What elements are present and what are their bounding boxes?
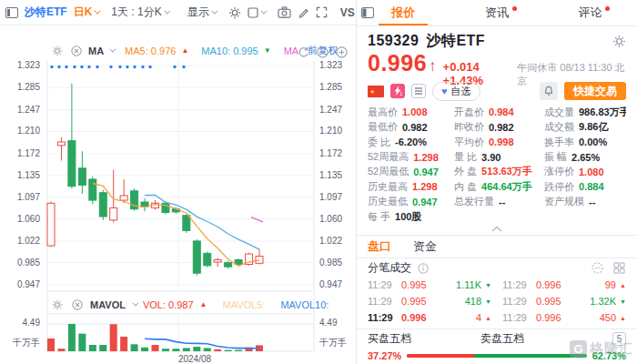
quick-trade-button[interactable]: 快捷交易 <box>564 82 626 100</box>
draw-pencil-icon[interactable] <box>298 5 309 19</box>
tab-comments[interactable]: 评论 <box>543 0 637 25</box>
event-dot <box>73 66 76 68</box>
event-dot <box>87 66 90 68</box>
date-axis-label: 2024/08 <box>169 354 220 364</box>
tick-time: 11:29 <box>502 312 536 323</box>
stat-value: 464.64万手 <box>481 180 532 194</box>
stat-cell: 最高价1.008 <box>368 105 454 119</box>
stat-label: 历史最高 <box>368 180 408 194</box>
candle-body <box>183 216 190 231</box>
buy-segment <box>407 354 474 358</box>
alert-bell-icon[interactable] <box>540 82 558 100</box>
tab-news[interactable]: 资讯 <box>450 0 544 25</box>
info-icon[interactable] <box>416 261 430 275</box>
display-dropdown[interactable]: 显示 <box>187 5 216 20</box>
more-options-icon[interactable] <box>591 261 604 275</box>
tick-price: 0.996 <box>536 279 578 290</box>
panel-layout-icon[interactable] <box>361 5 374 19</box>
volume-settings-gear-icon[interactable] <box>50 298 64 311</box>
stat-cell: 成交额9.86亿 <box>544 120 626 135</box>
stat-label: 平均价 <box>454 136 484 149</box>
volume-bar <box>57 349 65 351</box>
volume-close-icon[interactable] <box>70 298 84 311</box>
indicator-settings-gear-icon[interactable] <box>50 44 64 57</box>
collapse-caret-icon[interactable] <box>490 222 504 236</box>
zoom-out-icon[interactable] <box>316 46 329 59</box>
compare-vs-button[interactable]: VS <box>340 6 355 19</box>
interval-dropdown[interactable]: 1天 : 1分K <box>111 5 167 20</box>
level1-quote-icon[interactable]: 1 <box>390 84 405 98</box>
depth-level-toggle[interactable]: 5 <box>612 332 626 346</box>
stat-cell: 最低价0.982 <box>368 120 454 135</box>
stat-value: -- <box>499 197 505 207</box>
tick-trade-row: 11:290.9951.11K▼11:290.99699▲ <box>368 277 626 293</box>
sidebar-toggle-icon[interactable] <box>5 5 18 19</box>
candle-body <box>225 263 232 267</box>
ma10-legend: MA10: 0.995 <box>201 46 258 56</box>
reset-zoom-icon[interactable] <box>297 46 310 59</box>
stat-label: 最高价 <box>368 106 398 119</box>
event-dot <box>141 66 144 68</box>
announcement-icon[interactable] <box>411 84 426 98</box>
candle-body <box>57 142 65 146</box>
volume-bar <box>214 349 221 351</box>
stat-value: 1.298 <box>412 181 438 192</box>
cn-flag-icon: ★ <box>368 86 384 97</box>
period-dropdown[interactable]: 日K <box>74 5 99 20</box>
settings-gear-icon[interactable] <box>228 5 241 19</box>
event-dot <box>80 66 83 68</box>
grid-view-icon[interactable] <box>612 261 626 275</box>
tick-left: 11:290.995418▼ <box>368 296 502 307</box>
stat-value: 0.00% <box>579 136 607 147</box>
chevron-down-icon[interactable] <box>109 46 116 53</box>
stat-label: 最低价 <box>368 120 398 134</box>
stat-label: 量 比 <box>454 150 477 164</box>
stats-grid: 最高价1.008开盘价0.984成交量986.83万手最低价0.982昨收价0.… <box>368 105 626 224</box>
zoom-in-icon[interactable] <box>335 46 349 59</box>
unread-dot <box>605 6 610 11</box>
ma5-line <box>93 184 259 267</box>
drawing-shape-dropdown[interactable] <box>248 7 265 18</box>
candle-body <box>120 196 127 200</box>
bid-ask-ratio: 37.27% 62.73% <box>357 349 637 364</box>
tick-trade-row: 11:290.9964▲11:290.996450▲ <box>368 309 626 326</box>
stat-cell: 换手率0.00% <box>544 135 626 149</box>
bid-levels-label: 买盘五档 <box>368 331 411 347</box>
candle-body <box>193 241 200 273</box>
chevron-down-icon[interactable] <box>132 300 138 307</box>
candle-body <box>162 203 169 212</box>
price-up-arrow-icon: ↑ <box>429 57 437 76</box>
event-dot <box>148 66 151 68</box>
tick-trades-header: 分笔成交 <box>357 258 637 277</box>
indicator-name[interactable]: MA <box>88 46 104 56</box>
tab-capital-flow[interactable]: 资金 <box>413 238 437 255</box>
stat-value: 0.947 <box>412 197 438 207</box>
volume-legend: MAVOL VOL: 0.987 ▲ MAVOL5: MAVOL10: <box>50 298 329 311</box>
event-dot <box>126 66 128 68</box>
event-dot <box>133 66 136 68</box>
candles-layer <box>47 84 263 276</box>
volume-bar <box>89 345 96 351</box>
volume-indicator-name[interactable]: MAVOL <box>90 299 126 310</box>
volume-bar <box>68 324 76 351</box>
tick-price: 0.995 <box>401 279 443 290</box>
up-triangle-icon: ▲ <box>481 315 491 321</box>
tab-order-book[interactable]: 盘口 <box>368 238 391 255</box>
chevron-down-icon <box>95 8 101 15</box>
chart-toolbar: 沙特ETF 日K 1天 : 1分K 显示 VS <box>0 0 356 25</box>
quote-settings-gear-icon[interactable] <box>612 35 626 48</box>
add-watchlist-button[interactable]: ♥ 自选 <box>432 82 480 101</box>
toolbar-symbol[interactable]: 沙特ETF <box>25 5 67 20</box>
tick-right: 11:290.9951.32K▼ <box>502 296 626 307</box>
stat-value: 1.008 <box>402 106 428 117</box>
stat-label: 总发行量 <box>454 195 494 208</box>
stat-value: 0.884 <box>579 181 604 192</box>
screenshot-camera-icon[interactable] <box>278 5 291 19</box>
down-triangle-icon: ▼ <box>481 282 491 288</box>
ma5-legend: MA5: 0.976 <box>125 46 176 56</box>
fullscreen-expand-icon[interactable] <box>316 5 328 19</box>
indicator-close-icon[interactable] <box>69 44 83 57</box>
stat-value: 3.90 <box>481 152 500 163</box>
stat-label: 昨收价 <box>454 120 484 134</box>
volume-bar <box>110 324 117 351</box>
